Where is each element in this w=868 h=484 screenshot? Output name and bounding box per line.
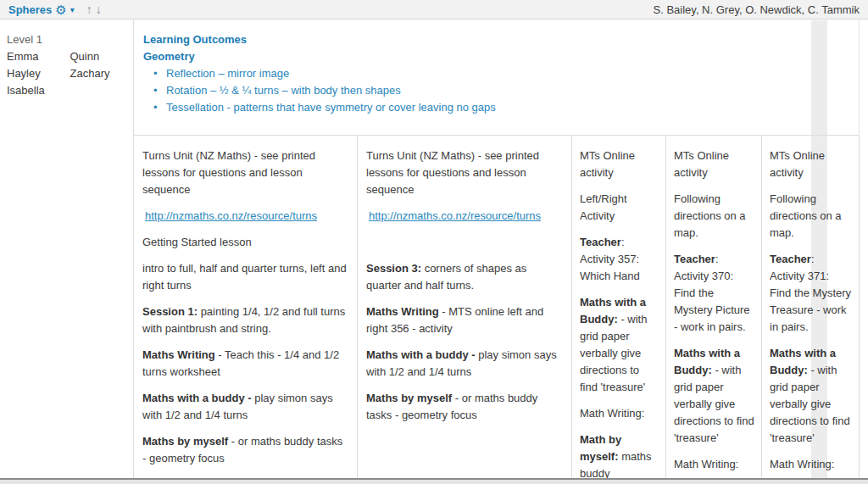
plan-paragraph: Left/Right Activity (580, 191, 659, 225)
resource-link-paragraph: http://nzmaths.co.nz/resource/turns (142, 208, 348, 225)
learning-outcomes-panel[interactable]: Learning Outcomes Geometry Reflection – … (134, 20, 860, 136)
outcomes-subtitle: Geometry (143, 48, 859, 65)
planning-cell[interactable]: MTs Online activityLeft/Right ActivityTe… (572, 136, 666, 478)
plan-paragraph: Math Writing: (580, 405, 659, 422)
plan-paragraph: MTs Online activity (770, 147, 853, 181)
chevron-down-icon[interactable]: ▾ (70, 5, 75, 14)
student-names: EmmaHayleyIsabella QuinnZachary (7, 48, 133, 99)
plan-paragraph: Teacher: Activity 357: Which Hand (580, 234, 659, 285)
outcome-bullet: Reflection – mirror image (143, 65, 859, 82)
outcome-bullet: Rotation – ½ & ¼ turns – with body then … (143, 82, 859, 99)
student-name[interactable]: Isabella (7, 82, 70, 99)
plan-paragraph: Session 3: corners of shapes as quarter … (366, 260, 563, 294)
plan-paragraph: Math by myself: maths buddy (580, 431, 659, 478)
resource-link[interactable]: http://nzmaths.co.nz/resource/turns (366, 209, 541, 222)
bottom-gutter (0, 480, 868, 484)
plan-paragraph: Maths with a buddy - play simon says wit… (142, 390, 348, 424)
resource-link[interactable]: http://nzmaths.co.nz/resource/turns (142, 209, 317, 222)
plan-paragraph: Maths Writing - Teach this - 1/4 and 1/2… (142, 347, 348, 381)
plan-paragraph: intro to full, half and quarter turns, l… (142, 260, 348, 294)
plan-paragraph: MTs Online activity (580, 147, 659, 181)
plan-paragraph: Maths with a Buddy: - with grid paper ve… (674, 345, 755, 447)
planning-cell[interactable]: MTs Online activityFollowing directions … (666, 136, 762, 478)
planning-cell[interactable]: Turns Unit (NZ Maths) - see printed less… (134, 136, 358, 478)
plan-paragraph: Math Writing: (674, 456, 755, 473)
plan-paragraph: Maths with a Buddy: - with grid paper ve… (580, 294, 659, 396)
plan-paragraph: Session 1: painting 1/4, 1/2 and full tu… (142, 303, 348, 337)
student-name[interactable]: Zachary (70, 65, 134, 82)
plan-paragraph: Math Writing: (770, 456, 853, 473)
app-title[interactable]: Spheres (8, 3, 52, 16)
teacher-names: S. Bailey, N. Grey, O. Newdick, C. Tammi… (654, 3, 860, 16)
level-label: Level 1 (7, 31, 133, 48)
planning-cell[interactable]: Turns Unit (NZ Maths) - see printed less… (358, 136, 572, 478)
resource-link-paragraph: http://nzmaths.co.nz/resource/turns (366, 208, 563, 225)
move-down-icon[interactable]: ↓ (96, 3, 102, 15)
student-names-col-1: EmmaHayleyIsabella (7, 48, 70, 99)
plan-paragraph: Following directions on a map. (770, 191, 853, 242)
plan-paragraph: Maths by myself - or maths buddy tasks -… (366, 390, 563, 424)
students-panel: Level 1 EmmaHayleyIsabella QuinnZachary (0, 20, 134, 478)
outcomes-list: Reflection – mirror imageRotation – ½ & … (143, 65, 859, 116)
outcome-bullet: Tessellation - patterns that have symmet… (143, 99, 859, 116)
page: Spheres ⚙ ▾ ↑ ↓ S. Bailey, N. Grey, O. N… (0, 0, 868, 484)
plan-paragraph (366, 234, 563, 251)
plan-paragraph: Getting Started lesson (142, 234, 348, 251)
top-toolbar: Spheres ⚙ ▾ ↑ ↓ S. Bailey, N. Grey, O. N… (0, 0, 868, 19)
planning-row: Turns Unit (NZ Maths) - see printed less… (134, 136, 860, 478)
plan-paragraph: Turns Unit (NZ Maths) - see printed less… (142, 147, 348, 198)
student-name[interactable]: Emma (7, 48, 70, 65)
plan-paragraph: Maths Writing - MTS online left and righ… (366, 303, 563, 337)
plan-paragraph: Following directions on a map. (674, 191, 755, 242)
planning-cell[interactable]: MTs Online activityFollowing directions … (762, 136, 860, 478)
student-name[interactable]: Quinn (70, 48, 134, 65)
outcomes-title: Learning Outcomes (143, 31, 859, 48)
toolbar-left: Spheres ⚙ ▾ ↑ ↓ (8, 3, 102, 16)
plan-paragraph: Teacher: Activity 370: Find the Mystery … (674, 251, 755, 336)
student-name[interactable]: Hayley (7, 65, 70, 82)
plan-paragraph: MTs Online activity (674, 147, 755, 181)
gear-icon[interactable]: ⚙ (55, 3, 66, 16)
move-up-icon[interactable]: ↑ (86, 3, 92, 15)
plan-paragraph: Maths with a Buddy: - with grid paper ve… (770, 345, 853, 447)
plan-paragraph: Maths with a buddy - play simon says wit… (366, 347, 563, 381)
plan-paragraph: Teacher: Activity 371: Find the Mystery … (770, 251, 853, 336)
plan-paragraph: Turns Unit (NZ Maths) - see printed less… (366, 147, 563, 198)
student-names-col-2: QuinnZachary (70, 48, 134, 99)
plan-paragraph: Maths by myself - or maths buddy tasks -… (142, 433, 348, 467)
